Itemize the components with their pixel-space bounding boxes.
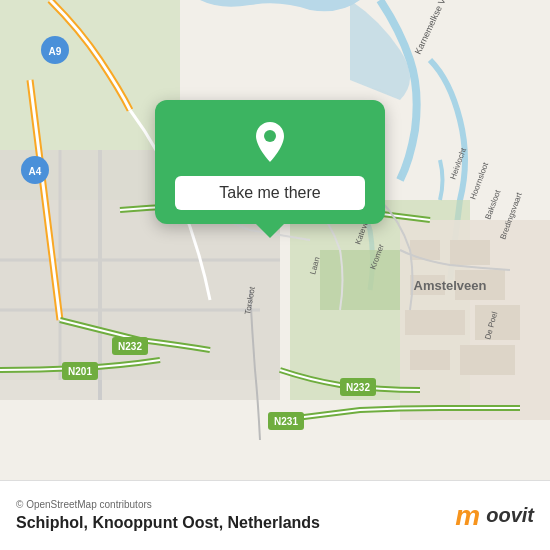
svg-rect-17 [410, 350, 450, 370]
location-name: Schiphol, Knooppunt Oost, Netherlands [16, 514, 320, 532]
svg-rect-15 [405, 310, 465, 335]
svg-text:N201: N201 [68, 366, 92, 377]
svg-text:A9: A9 [49, 46, 62, 57]
moovit-logo: m oovit [455, 500, 534, 532]
popup-card: Take me there [155, 100, 385, 224]
footer-info: © OpenStreetMap contributors Schiphol, K… [16, 499, 320, 532]
svg-text:N232: N232 [346, 382, 370, 393]
svg-rect-12 [450, 240, 490, 265]
svg-text:N232: N232 [118, 341, 142, 352]
attribution-text: © OpenStreetMap contributors [16, 499, 320, 510]
svg-rect-18 [460, 345, 515, 375]
svg-text:N231: N231 [274, 416, 298, 427]
footer: © OpenStreetMap contributors Schiphol, K… [0, 480, 550, 550]
map-container: A9 A4 N232 N232 N232 N201 N231 Amstelvee… [0, 0, 550, 480]
moovit-text: oovit [486, 504, 534, 527]
svg-text:A4: A4 [29, 166, 42, 177]
svg-text:Amstelveen: Amstelveen [414, 278, 487, 293]
svg-rect-16 [475, 305, 520, 340]
map-svg: A9 A4 N232 N232 N232 N201 N231 Amstelvee… [0, 0, 550, 480]
take-me-there-button[interactable]: Take me there [175, 176, 365, 210]
location-pin-icon [246, 118, 294, 166]
moovit-m-letter: m [455, 500, 480, 532]
svg-rect-9 [320, 250, 400, 310]
svg-point-44 [264, 130, 276, 142]
